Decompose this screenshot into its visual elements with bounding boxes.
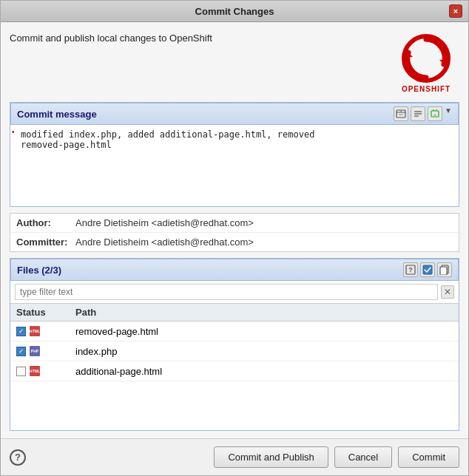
commit-icon-3[interactable]: + (428, 106, 442, 121)
bottom-bar: ? Commit and Publish Cancel Commit (1, 438, 468, 475)
cursor-indicator: • (12, 129, 15, 136)
commit-and-publish-button[interactable]: Commit and Publish (214, 446, 328, 468)
committer-label: Committer: (16, 237, 75, 248)
commit-icon-1[interactable] (394, 106, 408, 121)
openshift-label: OPENSHIFT (402, 85, 451, 93)
files-icon-help[interactable]: ? (403, 262, 418, 277)
author-label: Author: (16, 217, 75, 228)
commit-message-icons: + ▼ (394, 106, 452, 121)
files-icon-copy[interactable] (437, 262, 452, 277)
file-status-cell: HTML (16, 325, 75, 337)
file-path: index.php (75, 346, 453, 357)
svg-text:PHP: PHP (31, 349, 39, 353)
files-table: Status Path HTMLremoved-page.htmlPHPinde… (10, 304, 459, 430)
committer-value: Andre Dietisheim <adietish@redhat.com> (75, 237, 254, 248)
file-path: removed-page.html (75, 326, 453, 337)
col-path: Path (75, 307, 453, 318)
file-type-icon: HTML (29, 325, 41, 337)
header-description: Commit and publish local changes to Open… (10, 30, 212, 44)
cancel-button[interactable]: Cancel (334, 446, 392, 468)
svg-point-6 (400, 111, 401, 112)
author-row: Author: Andre Dietisheim <adietish@redha… (10, 214, 459, 233)
file-checkbox[interactable] (16, 367, 26, 376)
file-rows-container: HTMLremoved-page.htmlPHPindex.phpHTMLadd… (10, 322, 459, 381)
files-table-header: Status Path (10, 304, 459, 322)
file-status-cell: PHP (16, 345, 75, 357)
file-checkbox[interactable] (16, 347, 26, 356)
table-row: HTMLadditional-page.html (10, 361, 459, 381)
header-row: Commit and publish local changes to Open… (10, 30, 459, 96)
file-type-icon: PHP (29, 345, 41, 357)
svg-rect-18 (440, 267, 447, 275)
col-status: Status (16, 307, 75, 318)
table-row: PHPindex.php (10, 341, 459, 361)
filter-row: ✕ (10, 281, 459, 304)
commit-message-section: Commit message + ▼ • (10, 102, 459, 207)
files-label: Files (2/3) (17, 265, 61, 276)
openshift-logo: OPENSHIFT (393, 30, 459, 96)
commit-icon-2[interactable] (411, 106, 425, 121)
dialog-title: Commit Changes (20, 6, 449, 17)
close-button[interactable]: × (449, 4, 462, 18)
title-bar: Commit Changes × (1, 1, 468, 22)
svg-text:?: ? (408, 266, 413, 273)
svg-text:HTML: HTML (30, 329, 40, 333)
commit-message-label: Commit message (17, 109, 97, 120)
files-header: Files (2/3) ? (10, 259, 459, 281)
files-section: Files (2/3) ? ✕ (10, 258, 459, 431)
commit-button[interactable]: Commit (398, 446, 459, 468)
commit-changes-dialog: Commit Changes × Commit and publish loca… (0, 0, 469, 476)
file-path: additional-page.html (75, 366, 453, 377)
files-icon-check[interactable] (420, 262, 435, 277)
dropdown-arrow[interactable]: ▼ (445, 106, 452, 121)
svg-point-0 (404, 36, 448, 81)
file-type-icon: HTML (29, 365, 41, 377)
svg-text:+: + (434, 112, 436, 117)
file-status-cell: HTML (16, 365, 75, 377)
svg-text:HTML: HTML (30, 369, 40, 373)
files-header-icons: ? (403, 262, 452, 277)
clear-filter-button[interactable]: ✕ (441, 285, 454, 299)
commit-message-textarea[interactable] (10, 125, 459, 206)
author-committer-block: Author: Andre Dietisheim <adietish@redha… (10, 213, 459, 252)
commit-message-header: Commit message + ▼ (10, 103, 459, 125)
author-value: Andre Dietisheim <adietish@redhat.com> (75, 217, 254, 228)
table-row: HTMLremoved-page.html (10, 322, 459, 341)
committer-row: Committer: Andre Dietisheim <adietish@re… (10, 233, 459, 251)
file-checkbox[interactable] (16, 327, 26, 336)
dialog-body: Commit and publish local changes to Open… (1, 22, 468, 438)
openshift-logo-svg (401, 33, 451, 84)
filter-input[interactable] (15, 284, 438, 300)
help-button[interactable]: ? (10, 449, 26, 466)
